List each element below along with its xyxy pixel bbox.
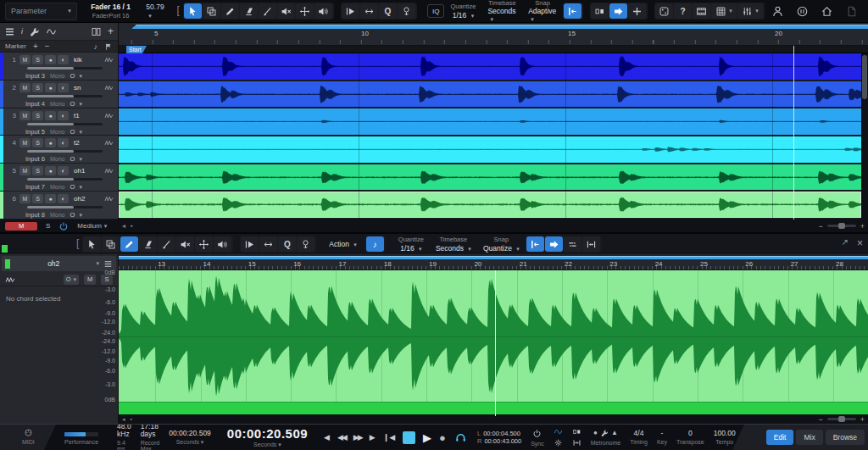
time-signature-display[interactable]: 4/4 Timing xyxy=(630,430,648,446)
track-monitor-button[interactable]: ◐ xyxy=(58,166,69,175)
track-pan-knob[interactable]: O ▾ xyxy=(70,183,81,191)
track-volume-slider[interactable] xyxy=(27,123,103,125)
user-account-icon[interactable] xyxy=(771,5,784,18)
paint-tool[interactable] xyxy=(120,236,138,252)
track-solo-button[interactable]: S xyxy=(32,194,43,203)
track-mute-button[interactable]: M xyxy=(19,194,31,203)
stop-button[interactable] xyxy=(403,431,415,444)
listen-tool[interactable] xyxy=(314,3,332,19)
track-input-label[interactable]: Input 6 xyxy=(25,155,45,163)
horizontal-scrollbar[interactable]: ◂▪ − + xyxy=(119,219,868,232)
browse-page-button[interactable]: Browse xyxy=(826,430,865,445)
split-tool[interactable] xyxy=(259,3,276,19)
track-list-icon[interactable] xyxy=(103,259,113,269)
zoom-in-button[interactable]: + xyxy=(860,415,865,424)
key-display[interactable]: - Key xyxy=(657,430,667,446)
zoom-slider[interactable] xyxy=(827,225,856,227)
waveform-meter-icon[interactable] xyxy=(103,166,114,175)
timestretch-button[interactable] xyxy=(259,236,277,252)
previous-marker-button[interactable]: ◀ xyxy=(324,433,330,442)
eraser-tool[interactable] xyxy=(139,236,157,252)
capture-icon[interactable] xyxy=(796,5,809,18)
waveform-meter-icon[interactable] xyxy=(103,111,114,120)
audio-event-oh1[interactable] xyxy=(119,164,861,191)
track-mute-button[interactable]: M xyxy=(19,83,31,92)
loop-range-bar[interactable] xyxy=(131,25,868,29)
quantize-tool-button[interactable]: Q xyxy=(278,236,296,252)
pan-knob[interactable]: O ▾ xyxy=(64,275,79,285)
zoom-slider[interactable] xyxy=(827,418,856,420)
track-record-button[interactable]: ● xyxy=(45,83,56,92)
wrench-icon[interactable] xyxy=(29,26,40,37)
tempo-display[interactable]: 100.00 Tempo xyxy=(714,430,736,446)
input-quantize-button[interactable]: IQ xyxy=(427,4,444,18)
track-monitor-button[interactable]: ◐ xyxy=(58,111,69,120)
zoom-out-button[interactable]: − xyxy=(818,222,822,231)
editor-snap-dropdown[interactable]: Snap Quantize ▾ xyxy=(483,236,520,252)
tempo-wave-icon[interactable] xyxy=(554,427,563,436)
tempo-track-icon[interactable]: ♪ xyxy=(94,42,98,51)
track-record-button[interactable]: ● xyxy=(45,138,56,147)
next-marker-button[interactable]: ▶ xyxy=(370,433,376,442)
track-record-button[interactable]: ● xyxy=(45,166,56,175)
track-volume-slider[interactable] xyxy=(27,95,103,97)
rewind-button[interactable]: ◀◀ xyxy=(337,433,346,442)
track-solo-button[interactable]: S xyxy=(32,55,43,64)
eraser-tool[interactable] xyxy=(240,3,258,19)
record-button[interactable]: ● xyxy=(439,431,446,444)
close-editor-icon[interactable]: × xyxy=(857,237,863,249)
marker-flag-icon[interactable] xyxy=(104,42,113,51)
waveform-meter-icon[interactable] xyxy=(103,83,114,92)
track-header-oh2[interactable]: 6MS●◐oh2Input 8MonoO ▾ xyxy=(0,192,118,219)
range-tool[interactable] xyxy=(102,236,120,252)
help-button[interactable]: ? xyxy=(674,3,692,19)
track-input-label[interactable]: Input 7 xyxy=(25,183,45,191)
return-to-start-button[interactable]: ❙◀ xyxy=(383,433,395,442)
detach-editor-icon[interactable]: ↗ xyxy=(842,237,849,249)
track-header-kik[interactable]: 1MS●◐kikInput 3MonoO ▾ xyxy=(0,53,118,81)
track-volume-slider[interactable] xyxy=(27,150,103,153)
video-button[interactable] xyxy=(693,3,710,19)
audio-bend-toggle[interactable]: ♪ xyxy=(366,236,384,252)
track-header-t2[interactable]: 4MS●◐t2Input 6MonoO ▾ xyxy=(0,136,118,164)
control-link-display[interactable]: Fader 16 / 1 FaderPort 16 xyxy=(77,3,145,20)
track-header-t1[interactable]: 3MS●◐t1Input 5MonoO ▾ xyxy=(0,108,118,136)
scrollbar-handle[interactable]: ▪ xyxy=(131,222,133,230)
track-input-label[interactable]: Input 5 xyxy=(25,128,45,136)
timestretch-button[interactable] xyxy=(360,3,378,19)
mix-page-button[interactable]: Mix xyxy=(796,430,822,445)
bend-tool[interactable] xyxy=(296,3,314,19)
vertical-scrollbar[interactable] xyxy=(861,53,868,219)
editor-solo-button[interactable]: S xyxy=(101,275,113,285)
track-pan-knob[interactable]: O ▾ xyxy=(70,100,81,108)
editor-horizontal-scrollbar[interactable]: ◂▪ − + xyxy=(119,414,868,424)
audio-event-t1[interactable] xyxy=(119,108,861,135)
timebase-dropdown[interactable]: Timebase Seconds ▾ xyxy=(487,0,516,22)
editor-loop-range-bar[interactable] xyxy=(119,256,868,259)
add-marker-button[interactable]: + xyxy=(33,42,38,51)
scrollbar-handle[interactable]: ▪ xyxy=(131,416,132,422)
editor-mute-button[interactable]: M xyxy=(84,275,96,285)
gear-icon[interactable] xyxy=(554,438,563,447)
precount-icon[interactable]: ▲ xyxy=(611,430,618,436)
waveform-meter-icon[interactable] xyxy=(5,275,15,285)
track-monitor-button[interactable]: ◐ xyxy=(58,194,69,203)
autoscroll-toggle[interactable] xyxy=(609,3,627,19)
quantize-dropdown[interactable]: Quantize 1/16 ▾ xyxy=(450,3,476,19)
scroll-left-arrow-icon[interactable]: ◂ xyxy=(122,416,125,423)
loop-toggle[interactable] xyxy=(453,431,468,444)
start-marker-flag[interactable]: Start xyxy=(126,46,147,53)
fast-forward-button[interactable]: ▶▶ xyxy=(353,433,362,442)
global-mute-button[interactable]: M xyxy=(5,222,37,231)
console-setup-button[interactable]: ▾ xyxy=(737,3,763,19)
timeline-ruler[interactable]: 5101520 xyxy=(119,23,868,46)
track-input-label[interactable]: Input 3 xyxy=(25,72,45,80)
preroll-icon[interactable] xyxy=(572,427,581,436)
metronome-setup-icon[interactable] xyxy=(600,429,609,437)
zoom-out-button[interactable]: − xyxy=(818,415,822,424)
track-mute-button[interactable]: M xyxy=(19,111,31,120)
track-pan-knob[interactable]: O ▾ xyxy=(70,128,81,136)
track-pan-knob[interactable]: O ▾ xyxy=(70,72,81,80)
play-from-button[interactable] xyxy=(241,236,259,252)
automation-power-icon[interactable] xyxy=(58,221,69,231)
